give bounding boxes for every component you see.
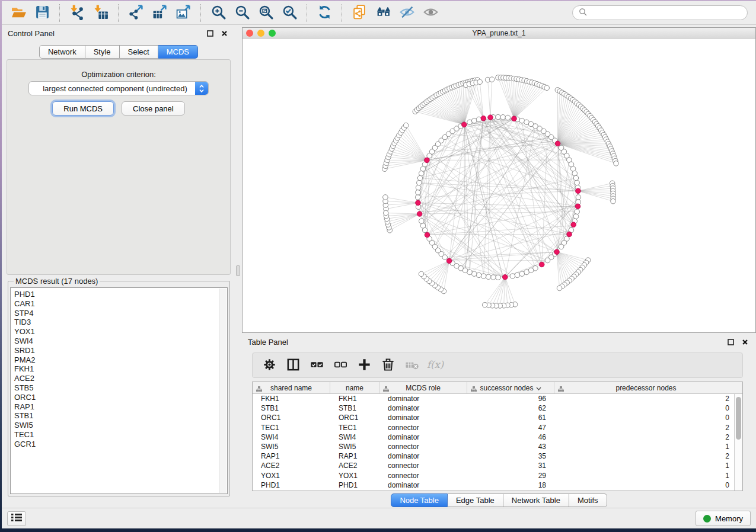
export-image-button[interactable] [171, 3, 195, 23]
network-node[interactable] [419, 271, 424, 277]
mcds-result-item[interactable]: SRD1 [14, 346, 219, 355]
network-node[interactable] [415, 195, 420, 200]
cell-successor-nodes[interactable]: 62 [467, 404, 554, 412]
network-node[interactable] [489, 77, 495, 82]
cell-name[interactable]: FKH1 [330, 395, 379, 403]
mcds-result-item[interactable]: STB5 [14, 383, 219, 393]
mcds-node[interactable] [481, 116, 486, 121]
mcds-node[interactable] [425, 158, 430, 163]
cell-successor-nodes[interactable]: 47 [467, 424, 554, 432]
network-node[interactable] [477, 79, 483, 85]
panel-splitter[interactable] [235, 25, 241, 508]
mcds-node[interactable] [539, 262, 544, 267]
mcds-node[interactable] [571, 222, 576, 227]
first-neighbors-button[interactable] [371, 3, 395, 23]
cell-predecessor-nodes[interactable]: 2 [554, 395, 734, 403]
mcds-result-item[interactable]: ORC1 [14, 393, 219, 402]
network-node[interactable] [417, 180, 422, 185]
table-row[interactable]: FKH1FKH1dominator962 [253, 394, 734, 403]
cell-shared-name[interactable]: SWI5 [253, 443, 330, 451]
cell-MCDS-role[interactable]: connector [379, 443, 467, 451]
cell-successor-nodes[interactable]: 46 [467, 433, 554, 441]
cell-shared-name[interactable]: YOX1 [253, 472, 330, 480]
mcds-node[interactable] [576, 188, 581, 194]
table-row[interactable]: YOX1YOX1connector291 [253, 471, 734, 480]
column-header-name[interactable]: name [330, 382, 379, 393]
cell-name[interactable]: RAP1 [330, 452, 379, 460]
mcds-result-item[interactable]: STP4 [14, 309, 219, 318]
network-node[interactable] [496, 114, 501, 120]
network-node[interactable] [505, 115, 511, 120]
table-row[interactable]: TEC1TEC1connector472 [253, 423, 734, 432]
network-node[interactable] [476, 273, 481, 278]
mcds-result-item[interactable]: PHD1 [14, 290, 219, 299]
network-node[interactable] [570, 166, 576, 172]
cell-successor-nodes[interactable]: 61 [467, 414, 554, 422]
minimize-window-icon[interactable] [257, 30, 264, 37]
zoom-selected-region-button[interactable] [277, 3, 301, 23]
float-table-panel-icon[interactable] [725, 336, 736, 347]
splitter-handle-icon[interactable] [236, 265, 240, 276]
network-node[interactable] [481, 274, 486, 279]
close-panel-icon[interactable] [219, 28, 229, 39]
tab-network[interactable]: Network [39, 45, 85, 59]
table-scrollbar[interactable] [734, 394, 742, 491]
tab-mcds[interactable]: MCDS [158, 45, 198, 59]
cell-predecessor-nodes[interactable]: 1 [554, 462, 734, 470]
cell-shared-name[interactable]: SWI4 [253, 433, 330, 441]
mcds-node[interactable] [503, 274, 508, 280]
network-node[interactable] [572, 171, 578, 176]
mcds-result-item[interactable]: YOX1 [14, 327, 219, 336]
deselect-all-rows-button[interactable] [330, 355, 351, 376]
cell-name[interactable]: SWI4 [330, 433, 379, 441]
network-node[interactable] [614, 161, 619, 166]
cell-predecessor-nodes[interactable]: 1 [554, 443, 734, 451]
network-node[interactable] [403, 123, 409, 128]
cell-MCDS-role[interactable]: connector [379, 472, 467, 480]
table-row[interactable]: ORC1ORC1dominator610 [253, 413, 734, 422]
network-node[interactable] [576, 195, 581, 200]
cell-successor-nodes[interactable]: 29 [467, 472, 554, 480]
table-tab-edge-table[interactable]: Edge Table [448, 493, 503, 507]
cell-shared-name[interactable]: RAP1 [253, 452, 330, 460]
cell-successor-nodes[interactable]: 18 [467, 481, 554, 489]
show-all-button[interactable] [419, 3, 442, 23]
cell-MCDS-role[interactable]: dominator [379, 433, 467, 441]
network-node[interactable] [573, 214, 579, 219]
cell-shared-name[interactable]: FKH1 [253, 395, 330, 403]
tab-select[interactable]: Select [120, 45, 158, 59]
network-node[interactable] [416, 185, 421, 190]
network-node[interactable] [544, 85, 550, 91]
mcds-result-item[interactable]: TID3 [14, 318, 219, 327]
network-node[interactable] [491, 275, 496, 280]
cell-predecessor-nodes[interactable]: 2 [554, 452, 734, 460]
cell-predecessor-nodes[interactable]: 1 [554, 472, 734, 480]
float-panel-icon[interactable] [205, 28, 215, 39]
cell-shared-name[interactable]: PHD1 [253, 481, 330, 489]
mcds-node[interactable] [446, 258, 452, 264]
mcds-node[interactable] [425, 232, 430, 238]
table-settings-button[interactable] [259, 355, 280, 376]
cell-MCDS-role[interactable]: dominator [379, 414, 467, 422]
import-network-from-file-button[interactable] [65, 3, 89, 23]
toggle-panel-button[interactable] [282, 355, 304, 376]
apply-preferred-layout-button[interactable] [312, 3, 336, 23]
network-node[interactable] [420, 223, 426, 229]
network-node[interactable] [486, 274, 491, 280]
delete-column-button[interactable] [377, 355, 398, 376]
table-tab-network-table[interactable]: Network Table [503, 493, 569, 507]
network-node[interactable] [383, 210, 388, 216]
cell-name[interactable]: TEC1 [330, 424, 379, 432]
mcds-result-item[interactable]: PMA2 [14, 355, 219, 365]
cell-successor-nodes[interactable]: 43 [467, 443, 554, 451]
network-node[interactable] [524, 270, 529, 275]
network-node[interactable] [575, 209, 580, 214]
zoom-fit-content-button[interactable] [254, 3, 277, 23]
hide-selected-button[interactable] [395, 3, 419, 23]
table-row[interactable]: STB1STB1dominator620 [253, 403, 734, 413]
zoom-in-button[interactable] [206, 3, 230, 23]
optimization-criterion-select[interactable]: largest connected component (undirected) [28, 81, 209, 95]
mcds-result-item[interactable]: RAP1 [14, 402, 219, 412]
cell-name[interactable]: YOX1 [330, 472, 379, 480]
column-header-predecessor-nodes[interactable]: predecessor nodes [554, 382, 738, 393]
